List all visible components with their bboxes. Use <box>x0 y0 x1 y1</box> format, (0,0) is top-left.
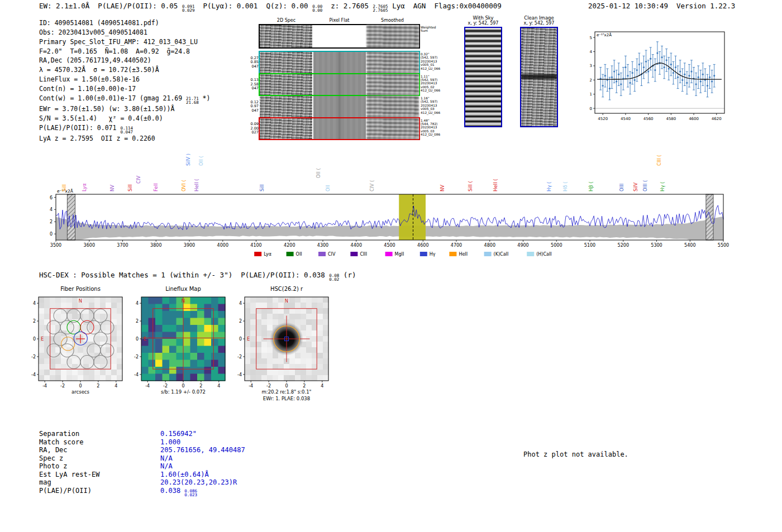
withsky-image <box>464 27 502 127</box>
line-label: SiII <box>61 184 67 191</box>
withsky-coords: x, y: 542, 597 <box>460 21 507 26</box>
east-label: E <box>144 336 146 342</box>
pixelflat-image <box>313 25 366 47</box>
table-row: Separation0.156942" <box>39 430 245 438</box>
north-label: N <box>182 298 185 304</box>
svg-text:2: 2 <box>590 78 592 83</box>
svg-text:1: 1 <box>590 92 592 97</box>
east-label: E <box>247 336 250 342</box>
spec2d-row: 0.13 2.58 0471.11" (542, 597) 20230413 v… <box>260 74 419 95</box>
table-row: P(LAE)/P(OII)0.038 0.0860.023 <box>39 487 245 495</box>
spec2d-row: 0.09 2.00 0271.48" (544, 782) 20230413 v… <box>260 118 419 140</box>
svg-text:4: 4 <box>33 301 36 306</box>
legend-label: HeII <box>459 252 468 257</box>
svg-text:4620: 4620 <box>712 117 722 121</box>
header-timestamp: 2025-01-12 10:30:49 Version 1.22.3 <box>588 2 735 10</box>
flux-point <box>681 79 683 81</box>
svg-text:-4: -4 <box>42 384 47 389</box>
line-label: SiII <box>259 184 265 191</box>
info-line: ID: 4090514081 (4090514081.pdf) <box>39 18 210 28</box>
flux-point <box>679 71 681 73</box>
table-row-label: RA, Dec <box>39 446 160 454</box>
svg-text:2: 2 <box>50 219 53 224</box>
spec2d-row-stats: 0.27 0.85 047 <box>245 56 259 69</box>
flux-point <box>675 66 676 68</box>
stacked-uncertainty: 2.76052.7605 <box>373 4 388 12</box>
svg-text:-4: -4 <box>249 384 253 389</box>
spec2d-col-header: Smoothed <box>366 18 419 23</box>
stacked-uncertainty: 0.0910.029 <box>182 4 195 12</box>
spec2d-row-info: 1.16" (542, 597) 20230413 v005_03 412_LU… <box>421 97 450 114</box>
legend-label: Lyα <box>264 252 271 257</box>
svg-text:2: 2 <box>199 384 202 389</box>
spec2d-image <box>260 74 312 95</box>
svg-text:4100: 4100 <box>250 243 261 248</box>
svg-text:3800: 3800 <box>150 243 161 248</box>
line-label: Hγ ( <box>546 182 552 191</box>
svg-text:4580: 4580 <box>666 117 676 121</box>
flux-point <box>690 71 692 73</box>
flux-point <box>643 66 645 68</box>
stacked-uncertainty: 0.1140.047 <box>120 126 133 134</box>
masked-region <box>706 194 713 240</box>
svg-text:4: 4 <box>136 301 139 306</box>
stacked-uncertainty: 0.000.00 <box>312 4 322 12</box>
line-label: SiII ( <box>468 181 473 191</box>
svg-text:5300: 5300 <box>651 243 662 248</box>
svg-text:4: 4 <box>321 384 323 389</box>
y-axis-units: e⁻¹⁷x2Å <box>597 32 612 37</box>
line-label: Lyα <box>82 183 87 191</box>
svg-text:2: 2 <box>303 384 306 389</box>
flux-point <box>709 76 711 78</box>
lineflux-map-cutout: NE-4-4-2-2002244Lineflux Maps/b: 1.19 +/… <box>125 282 228 402</box>
cutout-title: HSC(26.2) r <box>270 286 303 292</box>
table-row: RA, Dec205.761656, 49.440487 <box>39 446 245 454</box>
info-line: Cont(w) = 1.00(±0.01)e-17 (gmag 21.69 21… <box>39 94 210 104</box>
info-line: λ = 4570.32Å σ = 10.72(±3.50)Å <box>39 65 210 75</box>
flux-point <box>609 88 611 89</box>
line-label: HeII ( <box>194 179 199 191</box>
north-label: N <box>79 298 82 304</box>
svg-text:3900: 3900 <box>184 243 195 248</box>
svg-text:4300: 4300 <box>317 243 328 248</box>
line-label: FeII <box>153 183 159 191</box>
flux-point <box>684 74 685 75</box>
legend-label: Hγ <box>430 252 436 257</box>
flux-point <box>668 68 670 69</box>
cutout-xlabel: arcsecs <box>71 389 90 395</box>
legend-swatch <box>527 252 534 256</box>
table-row: mag20.23(20.23,20.23)R <box>39 478 245 487</box>
table-row: Est LyA rest-EW1.60(±0.64)Å <box>39 471 245 479</box>
masked-region <box>67 194 75 240</box>
table-row-value: N/A <box>160 454 173 462</box>
svg-text:3: 3 <box>590 64 592 68</box>
spec2d-row: 0.27 0.85 0470.32" (542, 597) 20230413 v… <box>260 52 419 73</box>
flux-point <box>638 64 640 65</box>
flux-point <box>647 71 649 73</box>
svg-text:0: 0 <box>50 232 53 237</box>
photz-note: Phot z plot not available. <box>523 450 628 458</box>
smoothed-image <box>366 74 419 95</box>
legend-label: MgII <box>395 252 404 257</box>
flux-point <box>713 75 715 76</box>
svg-text:5400: 5400 <box>684 243 695 248</box>
spec2d-row-stats: 0.09 2.00 027 <box>245 122 259 135</box>
line-label: OIII ( <box>642 180 648 191</box>
svg-text:-2: -2 <box>31 354 36 360</box>
svg-text:5500: 5500 <box>718 243 729 248</box>
spec2d-row-info: Weighted Sum <box>421 26 450 33</box>
flux-point <box>604 75 606 76</box>
flux-point <box>654 69 656 71</box>
flux-point <box>634 79 636 81</box>
legend-swatch <box>484 252 492 256</box>
spec2d-row-info: 0.32" (542, 597) 20230413 v005_01 412_LU… <box>421 52 450 70</box>
spec2d-row-info: 1.48" (544, 782) 20230413 v005_03 412_LU… <box>421 119 450 137</box>
flux-point <box>673 72 674 74</box>
svg-text:3500: 3500 <box>50 243 61 248</box>
svg-text:0: 0 <box>136 337 139 342</box>
table-row: Spec zN/A <box>39 454 245 463</box>
svg-text:4560: 4560 <box>643 117 654 121</box>
svg-text:4200: 4200 <box>284 243 295 248</box>
catalog-match-header: HSC-DEX : Possible Matches = 1 (within +… <box>39 271 356 281</box>
legend-swatch <box>449 252 456 256</box>
